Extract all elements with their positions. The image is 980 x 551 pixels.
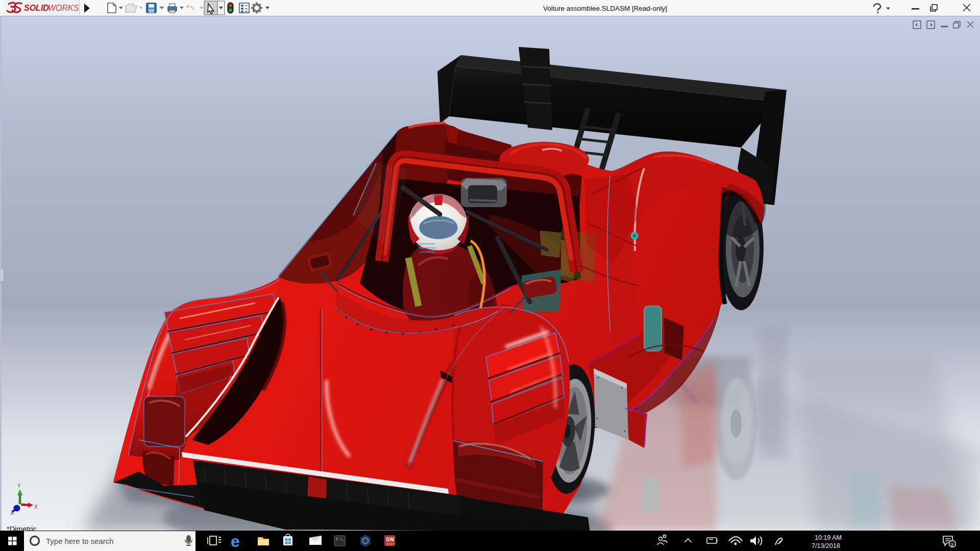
svg-text:Y: Y [17, 483, 21, 489]
svg-text:Z: Z [11, 510, 14, 515]
svg-text:2017: 2017 [386, 542, 395, 546]
svg-text:e: e [231, 532, 240, 550]
svg-text:Type here to search: Type here to search [46, 537, 114, 545]
svg-text:SOLID: SOLID [24, 4, 49, 12]
svg-text:WORKS: WORKS [48, 4, 79, 12]
svg-text:X: X [34, 504, 38, 510]
svg-text:SW: SW [386, 537, 395, 542]
svg-text:7/13/2018: 7/13/2018 [812, 542, 840, 549]
svg-text:2: 2 [951, 542, 953, 547]
svg-text:Voiture assomblee.SLDASM [Read: Voiture assomblee.SLDASM [Read-only] [543, 5, 667, 12]
svg-text:C:\_: C:\_ [336, 537, 345, 541]
svg-text:10:19 AM: 10:19 AM [815, 534, 842, 541]
